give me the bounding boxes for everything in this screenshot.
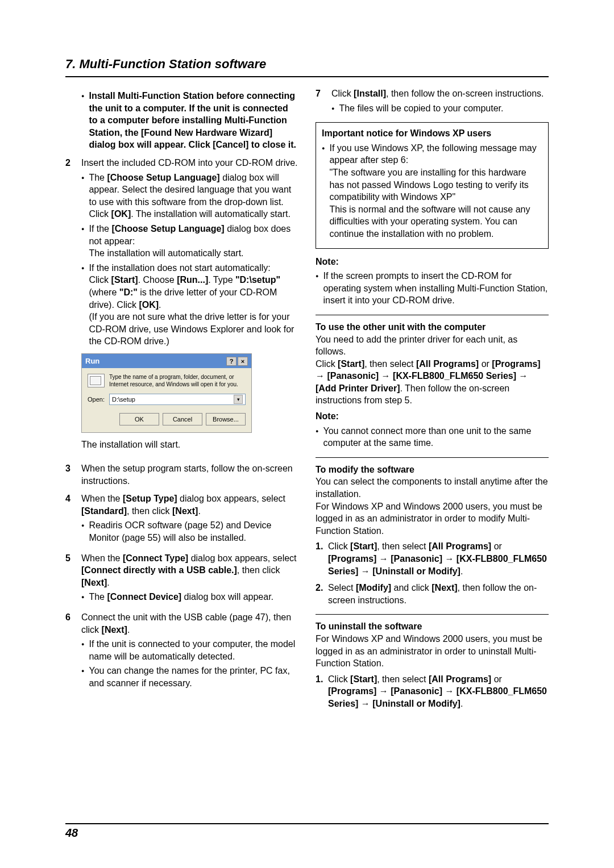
t: Click xyxy=(316,359,338,369)
t: [Programs] xyxy=(328,554,376,564)
t: You can change the names for the printer… xyxy=(89,665,298,689)
t: [Uninstall or Modify] xyxy=(372,699,460,708)
t: [Start] xyxy=(350,674,377,684)
t: If you use Windows XP, the following mes… xyxy=(329,143,536,165)
right-column: 7 Click [Install], then follow the on-sc… xyxy=(316,87,549,715)
rule-bottom xyxy=(65,823,549,824)
run-desc: Type the name of a program, folder, docu… xyxy=(109,374,246,388)
ok-button[interactable]: OK xyxy=(119,413,159,425)
rule xyxy=(316,315,549,315)
section-use-other-unit: To use the other unit with the computer … xyxy=(316,321,549,449)
t: Click xyxy=(328,674,350,684)
t: If the unit is connected to your compute… xyxy=(89,638,298,662)
note-heading: Note: xyxy=(316,257,339,266)
t: . Type xyxy=(208,275,235,285)
help-icon[interactable]: ? xyxy=(226,357,237,366)
t: [OK] xyxy=(111,209,131,219)
t: You can select the components to install… xyxy=(316,475,549,500)
open-value: D:\setup xyxy=(112,395,135,404)
step-7: 7 Click [Install], then follow the on-sc… xyxy=(316,87,549,116)
run-title: Run xyxy=(85,356,99,366)
t: Click xyxy=(328,541,350,551)
section-uninstall-software: To uninstall the software For Windows XP… xyxy=(316,620,549,710)
t: When the xyxy=(81,553,123,563)
t: or xyxy=(491,674,502,684)
modify-li2: 2. Select [Modify] and click [Next], the… xyxy=(316,582,549,606)
t: For Windows XP and Windows 2000 users, y… xyxy=(316,633,549,670)
t: Select xyxy=(328,583,356,592)
step2-b2: If the [Choose Setup Language] dialog bo… xyxy=(81,223,298,260)
step-2: 2 Insert the included CD-ROM into your C… xyxy=(65,157,298,457)
t: [Connect directly with a USB cable.] xyxy=(81,565,237,575)
t: [Choose Setup Language] xyxy=(111,224,224,233)
run-titlebar: Run ? × xyxy=(82,354,251,369)
t: If the installation does not start autom… xyxy=(89,263,270,273)
step6-b2: You can change the names for the printer… xyxy=(81,665,298,689)
t: Readiris OCR software (page 52) and Devi… xyxy=(89,519,298,544)
note-heading: Note: xyxy=(316,411,339,421)
content-columns: Install Multi-Function Station before co… xyxy=(65,87,549,715)
step3-text: When the setup program starts, follow th… xyxy=(81,462,298,487)
t: [OK] xyxy=(139,300,159,310)
step4-b1: Readiris OCR software (page 52) and Devi… xyxy=(81,519,298,544)
t: , then select xyxy=(377,674,429,684)
t: , then select xyxy=(377,541,429,551)
step-num: 6 xyxy=(65,611,81,692)
notice-title: Important notice for Windows XP users xyxy=(322,127,542,140)
t: [Next] xyxy=(432,583,457,592)
t: [Connect Device] xyxy=(107,592,181,602)
t: [KX-FLB800_FLM650 Series] xyxy=(393,371,516,381)
notice-item: If you use Windows XP, the following mes… xyxy=(322,142,542,240)
warning-item: Install Multi-Function Station before co… xyxy=(81,90,298,151)
important-notice-box: Important notice for Windows XP users If… xyxy=(316,122,549,248)
t: and click xyxy=(391,583,432,592)
t: . The installation will automatically st… xyxy=(131,209,291,219)
open-label: Open: xyxy=(88,395,105,404)
note-block: Note: If the screen prompts to insert th… xyxy=(316,256,549,307)
t: "D:" xyxy=(119,287,138,297)
t: The files will be copied to your compute… xyxy=(339,102,549,115)
cancel-button[interactable]: Cancel xyxy=(163,413,202,425)
t: [Start] xyxy=(338,359,364,369)
step-4: 4 When the [Setup Type] dialog box appea… xyxy=(65,493,298,546)
step-3: 3 When the setup program starts, follow … xyxy=(65,462,298,487)
t: For Windows XP and Windows 2000 users, y… xyxy=(316,500,549,537)
open-input[interactable]: D:\setup ▾ xyxy=(109,394,246,405)
subsection-title: To modify the software xyxy=(316,464,549,476)
step-num: 7 xyxy=(316,87,331,116)
t: You need to add the printer driver for e… xyxy=(316,333,549,358)
browse-button[interactable]: Browse... xyxy=(206,413,246,425)
t: You cannot connect more than one unit to… xyxy=(323,425,549,449)
close-icon[interactable]: × xyxy=(238,357,248,366)
section-title: 7. Multi-Function Station software xyxy=(65,57,549,72)
chevron-down-icon[interactable]: ▾ xyxy=(234,395,243,404)
t: "D:\setup" xyxy=(235,275,280,285)
t: or xyxy=(479,359,492,369)
t: [Panasonic] xyxy=(327,371,379,381)
t: [Add Printer Driver] xyxy=(316,383,400,393)
t: [Run...] xyxy=(177,275,208,285)
t: . xyxy=(198,506,200,516)
t: [Setup Type] xyxy=(123,494,177,503)
t: [Next] xyxy=(81,578,107,587)
t: The xyxy=(89,592,107,602)
step6-b1: If the unit is connected to your compute… xyxy=(81,638,298,662)
t: (If you are not sure what the drive lett… xyxy=(89,312,294,346)
step-num: 2 xyxy=(65,157,81,457)
t: . xyxy=(159,300,161,310)
step-num: 3 xyxy=(65,462,81,487)
t: [Panasonic] xyxy=(391,686,442,696)
post-dialog-text: The installation will start. xyxy=(81,439,298,451)
t: [Start] xyxy=(350,541,377,551)
t: , then click xyxy=(237,565,280,575)
step-6: 6 Connect the unit with the USB cable (p… xyxy=(65,611,298,692)
run-dialog: Run ? × Type the name of a program, fold… xyxy=(81,353,252,433)
step-num: 5 xyxy=(65,552,81,606)
t: . xyxy=(107,578,109,587)
t: [Connect Type] xyxy=(123,553,188,563)
t: [Uninstall or Modify] xyxy=(372,566,460,576)
t: (where xyxy=(89,287,119,297)
t: Click xyxy=(331,89,354,98)
uninstall-li1: 1. Click [Start], then select [All Progr… xyxy=(316,673,549,710)
t: . xyxy=(460,566,463,576)
